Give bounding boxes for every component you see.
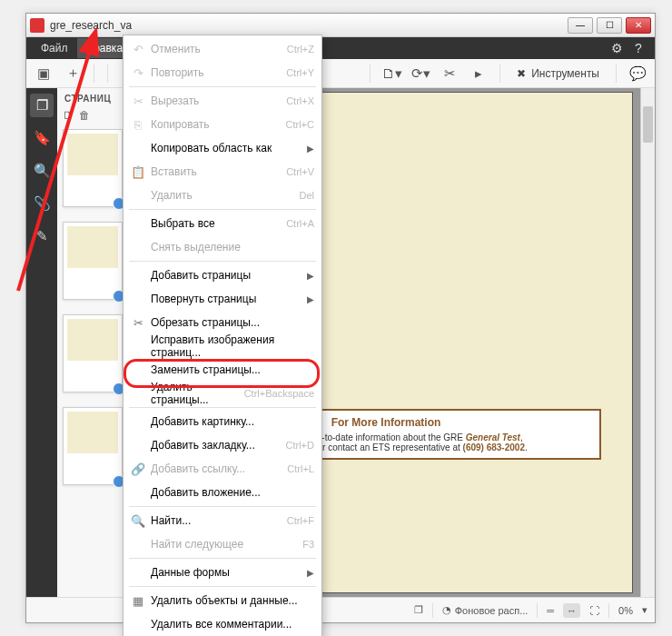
menu-item[interactable]: Выбрать всеCtrl+A	[124, 212, 321, 235]
menu-item-shortcut: F3	[302, 539, 314, 550]
menu-item[interactable]: Удалить все комментарии...	[124, 612, 321, 636]
zoom-value[interactable]: 0%	[618, 605, 633, 616]
vertical-scrollbar[interactable]	[640, 88, 655, 597]
tools-button[interactable]: ✖ Инструменты	[509, 62, 607, 85]
page-thumbnail[interactable]	[63, 407, 123, 485]
menu-item-label: Заменить страницы...	[147, 363, 314, 376]
menu-item[interactable]: Повернуть страницы▶	[124, 287, 321, 311]
menu-item-label: Вырезать	[147, 94, 286, 107]
menu-item[interactable]: Добавить картинку...	[124, 410, 321, 433]
toolbar: ▣ ＋ 🗋▾ ⟳▾ ✂ ▸ ✖ Инструменты 💬	[26, 59, 655, 88]
submenu-arrow-icon: ▶	[307, 144, 314, 154]
minimize-button[interactable]: —	[568, 17, 593, 34]
menu-item-shortcut: Ctrl+Backspace	[244, 388, 314, 399]
fit-page-icon[interactable]: ↔	[563, 603, 580, 618]
menu-item[interactable]: Добавить вложение...	[124, 481, 321, 504]
menu-item-label: Повернуть страницы	[147, 293, 307, 305]
submenu-arrow-icon: ▶	[307, 294, 314, 304]
menu-item: Найти следующееF3	[124, 532, 321, 556]
menu-item[interactable]: 🔍Найти...Ctrl+F	[124, 509, 321, 532]
menu-item-shortcut: Ctrl+C	[286, 119, 314, 130]
attachments-tab-icon[interactable]: 📎	[30, 192, 54, 215]
menu-item-label: Повторить	[147, 66, 286, 79]
menu-item-label: Добавить вложение...	[147, 486, 314, 499]
page-thumbnail[interactable]	[63, 129, 123, 207]
thumb-delete-icon[interactable]: 🗑	[79, 109, 90, 122]
menu-item-icon: ↷	[129, 66, 147, 80]
page-thumbnail[interactable]	[63, 222, 123, 300]
menu-item-label: Снять выделение	[147, 241, 314, 253]
menu-item[interactable]: ✂Обрезать страницы...	[124, 311, 321, 334]
menu-item-shortcut: Ctrl+Z	[287, 44, 314, 55]
menu-item[interactable]: Добавить закладку...Ctrl+D	[124, 433, 321, 457]
signatures-tab-icon[interactable]: ✎	[30, 224, 54, 248]
submenu-arrow-icon: ▶	[307, 568, 314, 578]
menu-item-icon: 📋	[129, 165, 147, 179]
menu-item-icon: 🔗	[129, 462, 147, 476]
thumbnails-header: СТРАНИЦ	[64, 94, 111, 104]
menu-item: ↷ПовторитьCtrl+Y	[124, 61, 321, 84]
menu-item: Снять выделение	[124, 235, 321, 259]
comment-icon[interactable]: 💬	[626, 62, 649, 85]
menu-item-shortcut: Ctrl+L	[287, 463, 314, 474]
layout-glyph-icon: ◔	[442, 604, 451, 616]
menu-item-label: Удалить все комментарии...	[147, 618, 314, 631]
menu-item[interactable]: Удалить страницы...Ctrl+Backspace	[124, 382, 321, 405]
menu-item-label: Добавить картинку...	[147, 415, 314, 428]
menu-file[interactable]: Файл	[32, 38, 77, 58]
tools-icon: ✖	[517, 67, 526, 80]
thumb-add-icon[interactable]: 🗋	[63, 109, 74, 122]
menu-item[interactable]: Заменить страницы...	[124, 358, 321, 382]
menu-item-icon: ✂	[129, 316, 147, 330]
menu-item-label: Отменить	[147, 43, 287, 55]
menu-item-icon: ✂	[129, 94, 147, 108]
menu-item: 🔗Добавить ссылку...Ctrl+L	[124, 457, 321, 481]
bookmarks-tab-icon[interactable]: 🔖	[30, 126, 54, 150]
titlebar: gre_research_va — ☐ ✕	[26, 14, 655, 37]
fit-width-icon[interactable]: ═	[547, 605, 554, 616]
menu-item: ⎘КопироватьCtrl+C	[124, 113, 321, 136]
menu-item[interactable]: Добавить страницы▶	[124, 263, 321, 287]
overflow-icon[interactable]: ▸	[467, 62, 490, 85]
layout-label: Фоновое расп...	[455, 605, 529, 616]
settings-icon[interactable]: ⚙	[606, 37, 628, 59]
scrollbar-thumb[interactable]	[643, 106, 653, 143]
menu-item-label: Копировать	[147, 118, 286, 131]
page-thumbnail[interactable]	[63, 314, 123, 393]
menu-item-shortcut: Ctrl+F	[287, 515, 314, 526]
menu-item-label: Найти...	[147, 514, 287, 527]
maximize-button[interactable]: ☐	[597, 17, 622, 34]
crop-icon[interactable]: ✂	[438, 62, 461, 85]
page-add-icon[interactable]: 🗋▾	[380, 62, 403, 85]
menu-item-label: Добавить страницы	[147, 269, 307, 282]
menu-item-shortcut: Ctrl+V	[286, 166, 314, 177]
menu-item: 📋ВставитьCtrl+V	[124, 160, 321, 184]
menu-item-icon: ⎘	[129, 118, 147, 132]
close-button[interactable]: ✕	[626, 17, 651, 34]
menu-item: ↶ОтменитьCtrl+Z	[124, 37, 321, 61]
menu-item-shortcut: Ctrl+X	[286, 95, 314, 106]
menu-item-icon: 🔍	[129, 514, 147, 528]
search-tab-icon[interactable]: 🔍	[30, 159, 54, 183]
menu-item-shortcut: Del	[299, 190, 314, 201]
menu-item: УдалитьDel	[124, 184, 321, 207]
rotate-icon[interactable]: ⟳▾	[409, 62, 432, 85]
menu-item[interactable]: Копировать область как▶	[124, 136, 321, 160]
zoom-dropdown-icon[interactable]: ▾	[642, 604, 647, 616]
fullscreen-icon[interactable]: ⛶	[589, 605, 599, 616]
layout-dropdown[interactable]: ◔ Фоновое расп...	[442, 604, 529, 616]
menu-item-shortcut: Ctrl+Y	[286, 67, 314, 78]
menu-item[interactable]: ▦Удалить объекты и данные...	[124, 589, 321, 612]
menu-item[interactable]: Данные формы▶	[124, 561, 321, 584]
menu-item-icon: ↶	[129, 43, 147, 56]
menu-item: ✂ВырезатьCtrl+X	[124, 89, 321, 113]
help-icon[interactable]: ?	[628, 37, 649, 59]
add-button[interactable]: ＋	[61, 62, 84, 85]
app-window: gre_research_va — ☐ ✕ Файл Правка ⚙ ? ▣ …	[25, 13, 656, 623]
edit-context-menu: ↶ОтменитьCtrl+Z↷ПовторитьCtrl+Y✂Вырезать…	[123, 35, 322, 636]
layout-mode-icon[interactable]: ❐	[414, 604, 423, 616]
menu-item[interactable]: Исправить изображения страниц...	[124, 334, 321, 358]
tools-label: Инструменты	[531, 67, 599, 80]
pages-tab-icon[interactable]: ❐	[30, 94, 54, 117]
new-tab-button[interactable]: ▣	[32, 62, 55, 85]
